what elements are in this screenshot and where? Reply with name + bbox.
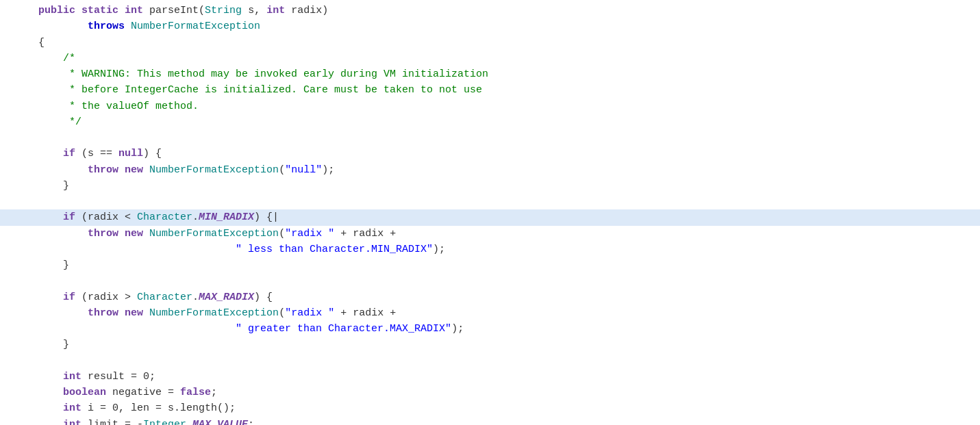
code-text: radix) bbox=[285, 3, 328, 18]
code-text bbox=[14, 66, 69, 82]
code-line-highlighted: if (radix < Character . MIN_RADIX ) {| bbox=[0, 209, 980, 225]
code-text: parseInt( bbox=[143, 3, 205, 18]
code-text: ); bbox=[451, 321, 464, 337]
code-text: i = 0, len = s.length(); bbox=[81, 400, 236, 416]
code-text bbox=[14, 3, 38, 18]
type-nfe4: NumberFormatException bbox=[149, 305, 279, 321]
code-line: public static int parseInt( String s, in… bbox=[0, 3, 980, 18]
comment-line1: * WARNING: This method may be invoked ea… bbox=[69, 66, 488, 82]
code-text bbox=[14, 369, 63, 385]
comment-start: /* bbox=[63, 51, 75, 66]
code-line: throw new NumberFormatException ( "null"… bbox=[0, 162, 980, 178]
code-text: (radix > bbox=[75, 289, 137, 305]
code-line: " less than Character.MIN_RADIX" ); bbox=[0, 242, 980, 257]
type-nfe2: NumberFormatException bbox=[149, 162, 279, 178]
code-text bbox=[118, 162, 125, 178]
keyword-if3: if bbox=[63, 289, 75, 305]
keyword-public: public bbox=[38, 3, 75, 18]
code-text bbox=[14, 273, 20, 289]
code-text: } bbox=[14, 178, 69, 194]
code-line: " greater than Character.MAX_RADIX" ); bbox=[0, 321, 980, 337]
code-line: boolean negative = false ; bbox=[0, 385, 980, 400]
code-line: throws NumberFormatException bbox=[0, 18, 980, 34]
const-max-radix: MAX_RADIX bbox=[199, 289, 254, 305]
code-text bbox=[14, 417, 63, 426]
keyword-int2: int bbox=[266, 3, 285, 18]
code-text bbox=[14, 385, 63, 400]
code-line: */ bbox=[0, 114, 980, 130]
code-text bbox=[14, 226, 88, 242]
keyword-false: false bbox=[180, 385, 211, 400]
keyword-throw2: throw bbox=[88, 226, 118, 242]
code-text: negative = bbox=[106, 385, 180, 400]
code-text bbox=[143, 305, 149, 321]
keyword-throw: throw bbox=[88, 162, 118, 178]
keyword-int: int bbox=[125, 3, 143, 18]
string-radix2: "radix " bbox=[285, 305, 334, 321]
code-text: ; bbox=[211, 385, 217, 400]
code-text bbox=[14, 162, 88, 178]
code-text: . bbox=[192, 289, 199, 305]
code-text bbox=[14, 242, 236, 257]
type-integer: Integer bbox=[143, 417, 186, 426]
code-line: } bbox=[0, 337, 980, 352]
code-text bbox=[14, 400, 63, 416]
code-text bbox=[14, 114, 69, 130]
code-text bbox=[14, 82, 69, 98]
code-viewer: public static int parseInt( String s, in… bbox=[0, 0, 980, 425]
code-line bbox=[0, 130, 980, 146]
const-max-value: MAX_VALUE bbox=[192, 417, 248, 426]
code-line: } bbox=[0, 257, 980, 273]
code-text bbox=[14, 289, 63, 305]
code-text: } bbox=[14, 337, 69, 352]
code-text: result = 0; bbox=[81, 369, 155, 385]
keyword-static: static bbox=[81, 3, 118, 18]
code-text bbox=[14, 194, 20, 209]
code-text: s, bbox=[242, 3, 266, 18]
comment-line2: * before IntegerCache is initialized. Ca… bbox=[69, 82, 482, 98]
code-text bbox=[14, 130, 20, 146]
keyword-throws: throws bbox=[88, 18, 125, 34]
keyword-if2: if bbox=[63, 209, 75, 225]
code-text: } bbox=[14, 257, 69, 273]
code-text bbox=[14, 353, 20, 369]
code-line: int limit = - Integer . MAX_VALUE ; bbox=[0, 417, 980, 426]
code-line: if (radix > Character . MAX_RADIX ) { bbox=[0, 289, 980, 305]
code-text: ) { bbox=[143, 146, 162, 162]
code-text: (s == bbox=[75, 146, 118, 162]
code-text: (radix < bbox=[75, 209, 137, 225]
keyword-int3: int bbox=[63, 369, 81, 385]
code-text: ); bbox=[433, 242, 445, 257]
code-line bbox=[0, 353, 980, 369]
code-text: ( bbox=[279, 305, 285, 321]
code-line: int i = 0, len = s.length(); bbox=[0, 400, 980, 416]
code-text bbox=[143, 162, 149, 178]
keyword-new3: new bbox=[125, 305, 143, 321]
code-text bbox=[14, 146, 63, 162]
code-text: ( bbox=[279, 226, 285, 242]
comment-end: */ bbox=[69, 114, 81, 130]
code-line bbox=[0, 194, 980, 209]
type-nfe3: NumberFormatException bbox=[149, 226, 279, 242]
keyword-int4: int bbox=[63, 400, 81, 416]
code-text: { bbox=[14, 35, 45, 51]
code-text bbox=[143, 226, 149, 242]
code-line: throw new NumberFormatException ( "radix… bbox=[0, 305, 980, 321]
code-text: limit = - bbox=[81, 417, 143, 426]
code-text: + radix + bbox=[334, 226, 396, 242]
code-text bbox=[14, 99, 69, 114]
code-line: * WARNING: This method may be invoked ea… bbox=[0, 66, 980, 82]
code-line bbox=[0, 273, 980, 289]
code-text bbox=[118, 226, 125, 242]
code-text: . bbox=[192, 209, 199, 225]
code-text bbox=[14, 18, 88, 34]
keyword-new: new bbox=[125, 162, 143, 178]
code-text bbox=[118, 305, 125, 321]
keyword-int5: int bbox=[63, 417, 81, 426]
code-text bbox=[75, 3, 81, 18]
code-text: ( bbox=[279, 162, 285, 178]
code-text bbox=[14, 51, 63, 66]
keyword-new2: new bbox=[125, 226, 143, 242]
type-string: String bbox=[205, 3, 242, 18]
code-text: ) { bbox=[254, 289, 273, 305]
